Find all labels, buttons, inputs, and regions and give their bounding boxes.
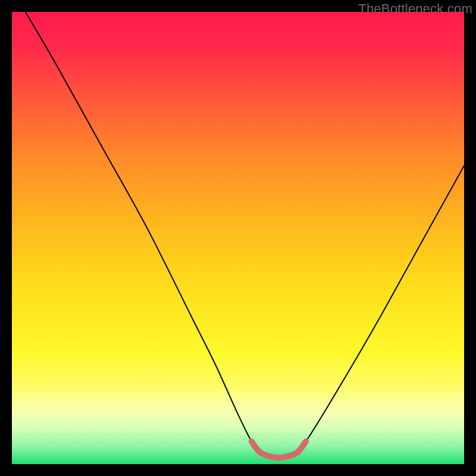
series-main-curve	[26, 12, 464, 458]
series-group	[26, 12, 464, 458]
plot-area	[12, 12, 464, 464]
chart-frame: TheBottleneck.com	[0, 0, 476, 476]
series-bottom-marker	[252, 441, 306, 458]
chart-svg	[12, 12, 464, 464]
